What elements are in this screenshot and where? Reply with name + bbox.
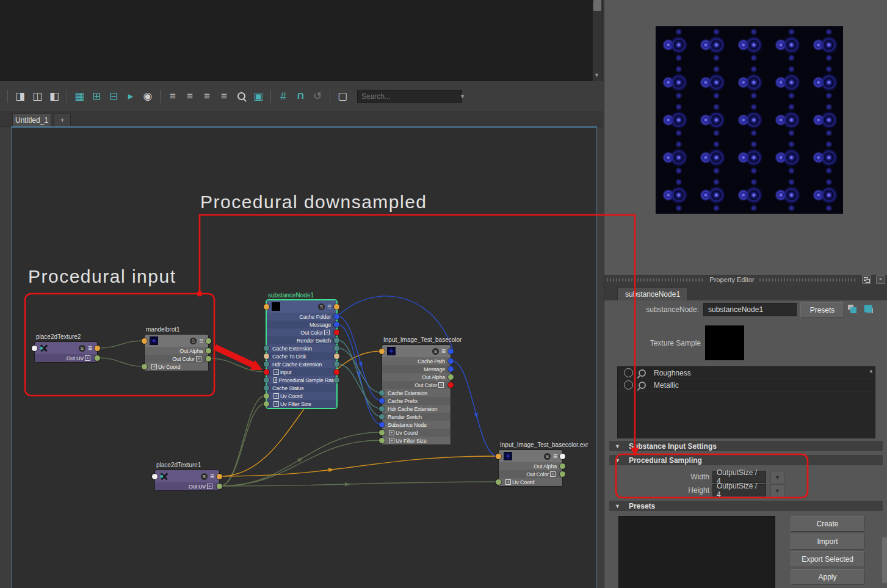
tab-untitled-1[interactable]: Untitled_1	[12, 114, 51, 126]
expand-icon[interactable]: +	[389, 438, 394, 443]
header-port-left[interactable]	[152, 474, 157, 479]
section-procedural-sampling[interactable]: ▼ Procedural Sampling	[609, 455, 883, 465]
create-button[interactable]: Create	[791, 516, 864, 532]
node-place2dTexture1[interactable]: place2dTexture1S≡Out UV+	[155, 470, 219, 490]
node-header[interactable]: S≡	[35, 342, 97, 354]
export-selected-button[interactable]: Export Selected	[791, 551, 864, 567]
output-connections-icon[interactable]: ◧	[46, 89, 62, 104]
expand-icon[interactable]: +	[273, 401, 279, 407]
property-editor-titlebar[interactable]: Property Editor ×	[604, 275, 887, 285]
node-header[interactable]: S≡	[499, 450, 562, 462]
add-tab-button[interactable]: +	[54, 114, 71, 126]
expand-icon[interactable]: +	[505, 479, 511, 485]
input-port[interactable]	[379, 438, 385, 443]
header-port-right[interactable]	[95, 346, 100, 351]
expand-icon[interactable]: +	[273, 377, 277, 383]
substance-node-field[interactable]: substanceNode1	[703, 303, 797, 316]
layout-compact-icon[interactable]: ≡	[216, 89, 232, 104]
output-port[interactable]	[448, 366, 454, 372]
input-port[interactable]	[264, 361, 269, 367]
channel-row-roughness[interactable]: Roughness	[618, 367, 875, 379]
header-port-left[interactable]	[32, 346, 37, 351]
input-port[interactable]	[264, 354, 269, 359]
graph-connections-icon[interactable]: ▸	[123, 89, 139, 104]
section-substance-input-settings[interactable]: ▼ Substance Input Settings	[609, 441, 883, 451]
graph-selected-icon[interactable]: ▦	[71, 89, 87, 104]
node-Input_Image_Test_basecolor[interactable]: Input_Image_Test_basecolorS≡Cache PathMe…	[382, 345, 451, 445]
input-port[interactable]	[379, 414, 385, 419]
input-port[interactable]	[379, 422, 385, 427]
width-dropdown[interactable]: OutputSize / 4	[712, 471, 766, 483]
header-port-right[interactable]	[448, 349, 454, 354]
import-button[interactable]: Import	[791, 534, 864, 550]
node-place2dTexture2[interactable]: place2dTexture2S≡Out UV+	[35, 342, 97, 362]
channel-inspect-icon[interactable]	[639, 369, 646, 377]
remove-selected-icon[interactable]: ⊟	[106, 89, 121, 104]
swatch-badge-icon[interactable]: S	[201, 473, 208, 480]
bookmarks-icon[interactable]: ▢	[335, 89, 350, 104]
header-port-right[interactable]	[206, 338, 211, 344]
tab-substancenode1[interactable]: substanceNode1	[617, 287, 688, 300]
property-editor-scrollbar-thumb[interactable]	[882, 537, 887, 583]
input-port[interactable]	[379, 406, 385, 412]
grid-snap-icon[interactable]: #	[275, 89, 291, 104]
layout-blocks-icon[interactable]: ≡	[199, 89, 215, 104]
search-box[interactable]: ▼	[357, 90, 462, 103]
presets-button[interactable]: Presets	[800, 302, 844, 318]
node-menu-icon[interactable]: ≡	[88, 345, 92, 351]
node-menu-icon[interactable]: ≡	[199, 338, 203, 344]
header-port-left[interactable]	[142, 338, 147, 344]
swatch-badge-icon[interactable]: S	[190, 338, 197, 344]
height-dropdown[interactable]: OutputSize / 4	[712, 484, 766, 496]
header-port-left[interactable]	[379, 349, 385, 354]
output-port[interactable]	[334, 338, 339, 343]
output-port[interactable]	[448, 358, 454, 364]
output-port[interactable]	[560, 463, 565, 469]
section-presets[interactable]: ▼ Presets	[609, 501, 883, 511]
search-dropdown-arrow-icon[interactable]: ▼	[460, 93, 468, 100]
scroll-up-icon[interactable]: ▲	[869, 368, 874, 374]
add-selected-icon[interactable]: ⊞	[89, 89, 104, 104]
output-port[interactable]	[334, 330, 339, 335]
input-output-connections-icon[interactable]: ◫	[29, 89, 45, 104]
input-port[interactable]	[379, 430, 385, 435]
swatch-badge-icon[interactable]: S	[318, 303, 325, 310]
expand-icon[interactable]: +	[550, 471, 556, 477]
output-port[interactable]	[560, 471, 565, 477]
node-header[interactable]: S≡	[155, 470, 219, 482]
input-port[interactable]	[379, 390, 385, 396]
header-port-right[interactable]	[560, 454, 565, 459]
expand-icon[interactable]: +	[207, 484, 212, 489]
collapse-triangle-icon[interactable]: ▼	[615, 457, 620, 463]
history-icon[interactable]: ↺	[310, 89, 325, 104]
pin-selected-icon[interactable]: ◉	[140, 89, 156, 104]
output-port[interactable]	[334, 369, 339, 375]
expand-icon[interactable]: +	[85, 355, 90, 361]
expand-icon[interactable]: +	[273, 393, 279, 399]
input-connections-icon[interactable]: ◨	[12, 89, 28, 104]
header-port-right[interactable]	[217, 474, 222, 479]
input-port[interactable]	[264, 369, 269, 375]
node-menu-icon[interactable]: ≡	[327, 303, 331, 310]
zoom-icon[interactable]	[233, 89, 249, 104]
swatch-badge-icon[interactable]: S	[544, 453, 551, 460]
header-port-right[interactable]	[334, 304, 339, 310]
input-port[interactable]	[264, 393, 269, 399]
expand-icon[interactable]: +	[389, 430, 394, 435]
close-panel-icon[interactable]: ×	[876, 275, 885, 284]
magnet-snap-icon[interactable]: U	[292, 89, 308, 104]
output-port[interactable]	[448, 382, 454, 388]
search-input[interactable]	[358, 92, 460, 101]
input-port[interactable]	[264, 385, 269, 391]
swap-node-icon[interactable]	[848, 305, 858, 314]
input-port[interactable]	[264, 401, 269, 407]
header-port-left[interactable]	[264, 304, 269, 310]
input-port[interactable]	[379, 398, 385, 404]
expand-icon[interactable]: +	[196, 356, 201, 361]
channel-toggle-icon[interactable]	[624, 380, 633, 390]
input-port[interactable]	[264, 346, 269, 351]
output-port[interactable]	[448, 374, 454, 380]
channel-list[interactable]: ▲ RoughnessMetallic	[617, 366, 875, 438]
output-port[interactable]	[334, 322, 339, 327]
output-port[interactable]	[334, 314, 339, 319]
